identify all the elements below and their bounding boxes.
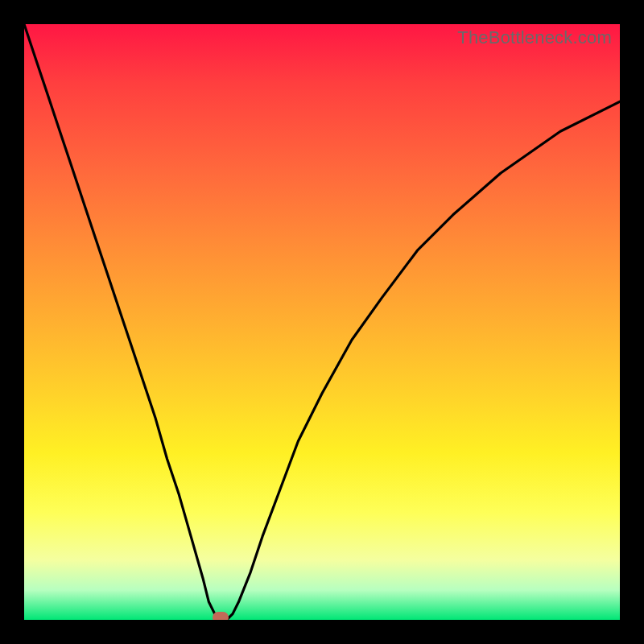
chart-frame: TheBottleneck.com xyxy=(0,0,644,644)
watermark-text: TheBottleneck.com xyxy=(457,27,612,48)
curve-svg xyxy=(24,24,620,620)
plot-area: TheBottleneck.com xyxy=(24,24,620,620)
minimum-marker xyxy=(213,612,229,620)
curve-path xyxy=(24,24,620,620)
